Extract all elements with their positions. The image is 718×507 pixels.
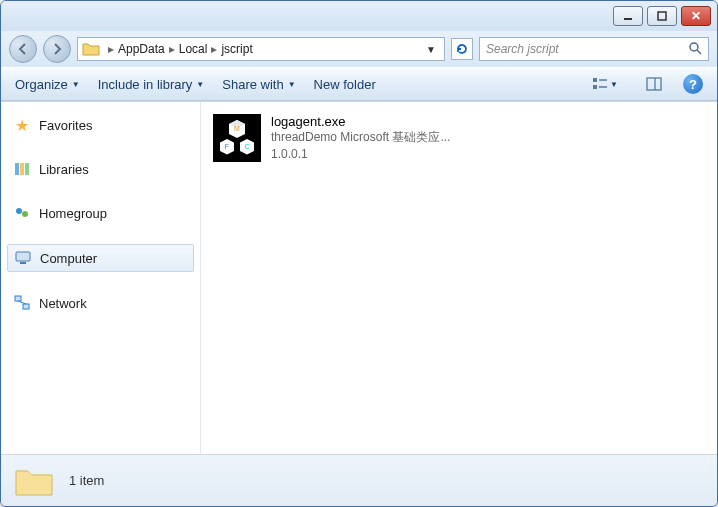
svg-rect-18 — [23, 304, 29, 309]
svg-rect-8 — [647, 78, 661, 90]
help-button[interactable]: ? — [683, 74, 703, 94]
svg-rect-4 — [593, 78, 597, 82]
toolbar: Organize▼ Include in library▼ Share with… — [1, 67, 717, 101]
svg-text:F: F — [225, 143, 229, 150]
chevron-right-icon: ▸ — [108, 42, 114, 56]
status-bar: 1 item — [1, 454, 717, 506]
chevron-down-icon: ▼ — [610, 80, 618, 89]
view-options-button[interactable]: ▼ — [585, 73, 625, 95]
file-version: 1.0.0.1 — [271, 146, 450, 163]
search-input[interactable]: Search jscript — [479, 37, 709, 61]
breadcrumb-part[interactable]: jscript — [221, 42, 252, 56]
sidebar: ★ Favorites Libraries Homegroup Compute — [1, 102, 201, 454]
chevron-down-icon: ▼ — [288, 80, 296, 89]
homegroup-icon — [13, 204, 31, 222]
svg-point-2 — [690, 43, 698, 51]
file-details: logagent.exe threadDemo Microsoft 基础类应..… — [271, 114, 450, 163]
chevron-down-icon: ▼ — [196, 80, 204, 89]
folder-icon — [13, 463, 55, 499]
search-icon — [688, 41, 702, 58]
explorer-window: ✕ ▸ AppData ▸ Local ▸ jscript ▼ Search j… — [0, 0, 718, 507]
chevron-right-icon: ▸ — [211, 42, 217, 56]
sidebar-item-homegroup[interactable]: Homegroup — [7, 200, 194, 226]
sidebar-item-label: Computer — [40, 251, 97, 266]
sidebar-item-network[interactable]: Network — [7, 290, 194, 316]
file-item[interactable]: M F C logagent.exe thre — [213, 114, 705, 163]
chevron-down-icon: ▼ — [72, 80, 80, 89]
svg-rect-10 — [15, 163, 19, 175]
share-with-menu[interactable]: Share with▼ — [222, 77, 295, 92]
search-placeholder: Search jscript — [486, 42, 559, 56]
breadcrumb-dropdown[interactable]: ▼ — [422, 44, 440, 55]
svg-rect-0 — [624, 18, 632, 20]
sidebar-item-label: Favorites — [39, 118, 92, 133]
forward-button[interactable] — [43, 35, 71, 63]
svg-rect-11 — [20, 163, 24, 175]
file-list: M F C logagent.exe thre — [201, 102, 717, 454]
svg-rect-5 — [593, 85, 597, 89]
new-folder-button[interactable]: New folder — [314, 77, 376, 92]
svg-text:M: M — [234, 125, 240, 132]
maximize-button[interactable] — [647, 6, 677, 26]
sidebar-item-label: Libraries — [39, 162, 89, 177]
close-button[interactable]: ✕ — [681, 6, 711, 26]
svg-rect-12 — [25, 163, 29, 175]
svg-rect-17 — [15, 296, 21, 301]
include-in-library-menu[interactable]: Include in library▼ — [98, 77, 205, 92]
svg-point-13 — [16, 208, 22, 214]
chevron-right-icon: ▸ — [169, 42, 175, 56]
sidebar-item-computer[interactable]: Computer — [7, 244, 194, 272]
svg-rect-15 — [16, 252, 30, 261]
file-description: threadDemo Microsoft 基础类应... — [271, 129, 450, 146]
svg-line-3 — [697, 50, 701, 54]
body: ★ Favorites Libraries Homegroup Compute — [1, 101, 717, 454]
svg-point-14 — [22, 211, 28, 217]
svg-text:C: C — [244, 143, 249, 150]
titlebar: ✕ — [1, 1, 717, 31]
sidebar-item-label: Network — [39, 296, 87, 311]
status-count: 1 item — [69, 473, 104, 488]
exe-icon: M F C — [213, 114, 261, 162]
svg-rect-16 — [20, 262, 26, 264]
computer-icon — [14, 249, 32, 267]
back-button[interactable] — [9, 35, 37, 63]
breadcrumb-part[interactable]: AppData — [118, 42, 165, 56]
navbar: ▸ AppData ▸ Local ▸ jscript ▼ Search jsc… — [1, 31, 717, 67]
svg-line-19 — [18, 301, 26, 304]
network-icon — [13, 294, 31, 312]
star-icon: ★ — [13, 116, 31, 134]
libraries-icon — [13, 160, 31, 178]
breadcrumb[interactable]: ▸ AppData ▸ Local ▸ jscript ▼ — [77, 37, 445, 61]
breadcrumb-part[interactable]: Local — [179, 42, 208, 56]
file-name: logagent.exe — [271, 114, 450, 129]
folder-icon — [82, 40, 100, 58]
sidebar-item-label: Homegroup — [39, 206, 107, 221]
refresh-button[interactable] — [451, 38, 473, 60]
organize-menu[interactable]: Organize▼ — [15, 77, 80, 92]
sidebar-item-libraries[interactable]: Libraries — [7, 156, 194, 182]
sidebar-item-favorites[interactable]: ★ Favorites — [7, 112, 194, 138]
svg-rect-1 — [658, 12, 666, 20]
preview-pane-button[interactable] — [643, 73, 665, 95]
minimize-button[interactable] — [613, 6, 643, 26]
